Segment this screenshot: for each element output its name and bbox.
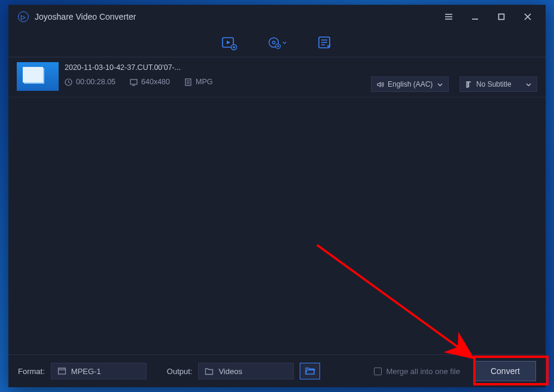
menu-button[interactable] [436,5,462,29]
add-video-button[interactable] [220,33,239,53]
svg-rect-8 [130,79,137,84]
toolbar [8,29,546,57]
resolution-value: 640x480 [141,78,170,86]
audio-track-label: English (AAC) [388,80,433,88]
file-name: 2020-11-03-10-42-37.CUT.00'07-... [65,62,213,72]
file-info: 2020-11-03-10-42-37.CUT.00'07-... 00:00:… [65,62,213,86]
container-item: MPG [184,78,212,86]
output-select[interactable]: Videos [198,363,294,379]
file-meta: 00:00:28.05 640x480 MPG [65,78,213,86]
bottombar: Format: MPEG-1 Output: Videos Merge all … [8,355,546,387]
folder-icon [205,367,214,376]
convert-label: Convert [491,366,520,376]
task-list-icon [317,35,333,51]
video-thumbnail[interactable] [17,62,59,91]
app-window: ▷ Joyoshare Video Converter [8,5,546,387]
output-value: Videos [218,367,242,376]
merge-checkbox[interactable]: Merge all into one file [374,367,460,376]
chevron-down-icon [437,81,443,88]
resolution-item: 640x480 [130,78,170,86]
output-label: Output: [167,367,193,376]
format-select[interactable]: MPEG-1 [51,363,147,379]
add-video-icon [221,35,237,51]
maximize-button[interactable] [488,5,515,29]
app-logo-icon: ▷ [18,11,29,22]
subtitle-icon [465,81,473,88]
merge-label: Merge all into one file [386,367,460,376]
minimize-button[interactable] [462,5,488,29]
close-icon [523,13,532,21]
file-icon [184,78,192,86]
file-row[interactable]: 2020-11-03-10-42-37.CUT.00'07-... 00:00:… [8,57,546,97]
svg-point-4 [272,41,275,43]
task-list-button[interactable] [315,33,334,53]
format-label: Format: [18,367,45,376]
audio-icon [376,81,384,88]
chevron-down-icon [525,81,532,88]
container-value: MPG [196,78,212,86]
format-value: MPEG-1 [71,367,101,376]
convert-button[interactable]: Convert [474,361,536,381]
browse-output-button[interactable] [300,363,320,379]
clock-icon [65,78,72,86]
minimize-icon [471,13,479,21]
subtitle-label: No Subtitle [476,80,522,88]
format-icon [57,367,66,376]
checkbox-box-icon [374,368,382,375]
subtitle-select[interactable]: No Subtitle [459,76,537,92]
screen-icon [130,78,138,86]
close-button[interactable] [515,5,541,29]
duration-item: 00:00:28.05 [65,78,115,86]
chevron-down-icon [282,41,287,45]
hamburger-icon [445,13,453,21]
app-title: Joyoshare Video Converter [35,12,136,22]
audio-track-select[interactable]: English (AAC) [371,76,449,92]
svg-rect-0 [499,14,504,20]
duration-value: 00:00:28.05 [76,78,115,86]
file-list: 2020-11-03-10-42-37.CUT.00'07-... 00:00:… [8,57,546,355]
disc-icon [267,35,281,51]
maximize-icon [497,13,506,21]
open-folder-icon [305,367,315,375]
titlebar: ▷ Joyoshare Video Converter [8,5,546,29]
add-disc-button[interactable] [267,33,287,53]
